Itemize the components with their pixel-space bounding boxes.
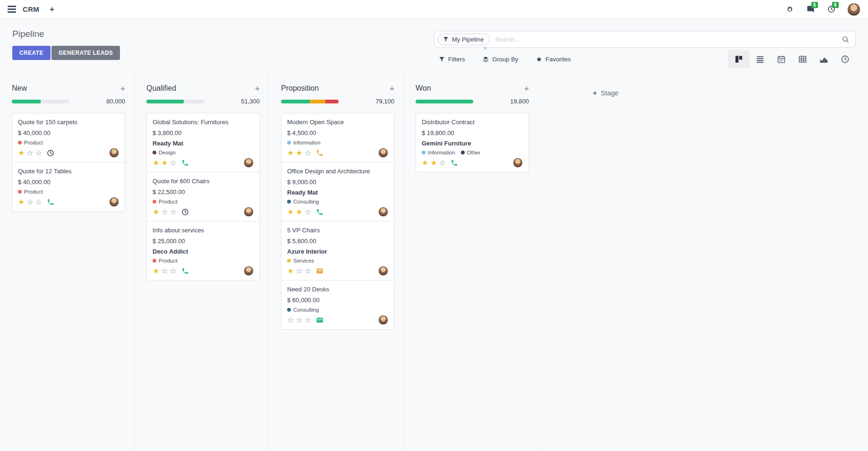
progress-segment[interactable] — [12, 100, 41, 103]
phone-icon[interactable] — [316, 208, 323, 216]
quick-create-icon[interactable]: + — [390, 85, 394, 93]
envelope-icon[interactable] — [316, 267, 323, 275]
favorites-menu[interactable]: Favorites — [536, 56, 570, 63]
priority-star-icon[interactable]: ☆ — [170, 159, 177, 167]
apps-menu-icon[interactable] — [8, 6, 16, 13]
envelope-icon[interactable] — [316, 316, 323, 324]
priority-star-icon[interactable]: ☆ — [161, 208, 168, 216]
priority-star-icon[interactable]: ★ — [153, 208, 159, 216]
list-view-icon[interactable] — [749, 50, 771, 68]
opportunity-card[interactable]: Quote for 600 Chairs $ 22,500.00 Product… — [146, 172, 260, 221]
priority-star-icon[interactable]: ☆ — [296, 267, 302, 275]
priority-star-icon[interactable]: ☆ — [170, 267, 177, 275]
salesperson-avatar[interactable] — [513, 158, 523, 168]
priority-star-icon[interactable]: ☆ — [287, 316, 294, 324]
salesperson-avatar[interactable] — [244, 158, 254, 168]
opportunity-card[interactable]: Info about services $ 25,000.00 Deco Add… — [146, 221, 260, 281]
priority-star-icon[interactable]: ★ — [430, 159, 437, 167]
column-progressbar[interactable] — [146, 100, 204, 103]
salesperson-avatar[interactable] — [109, 197, 119, 207]
clock-icon[interactable] — [181, 208, 189, 216]
priority-star-icon[interactable]: ☆ — [305, 208, 311, 216]
column-progressbar[interactable] — [416, 100, 473, 103]
priority-star-icon[interactable]: ☆ — [439, 159, 446, 167]
calendar-view-icon[interactable] — [771, 50, 792, 68]
activity-view-icon[interactable] — [834, 50, 856, 68]
salesperson-avatar[interactable] — [378, 207, 388, 217]
add-stage-button[interactable]: + Stage — [593, 89, 619, 97]
add-tab-icon[interactable]: + — [50, 5, 54, 14]
priority-star-icon[interactable]: ★ — [153, 159, 159, 167]
card-stack: Distributor Contract $ 19,800.00 Gemini … — [416, 113, 529, 172]
quick-create-icon[interactable]: + — [120, 85, 125, 93]
salesperson-avatar[interactable] — [109, 148, 119, 158]
quick-create-icon[interactable]: + — [255, 85, 260, 93]
priority-star-icon[interactable]: ★ — [287, 208, 294, 216]
priority-star-icon[interactable]: ☆ — [26, 198, 33, 206]
card-title: Distributor Contract — [422, 119, 523, 126]
priority-star-icon[interactable]: ☆ — [170, 208, 177, 216]
priority-star-icon[interactable]: ★ — [153, 267, 159, 275]
clock-icon[interactable] — [47, 149, 54, 157]
priority-star-icon[interactable]: ★ — [422, 159, 428, 167]
phone-icon[interactable] — [47, 198, 54, 206]
user-avatar[interactable] — [847, 3, 860, 16]
pivot-view-icon[interactable] — [792, 50, 813, 68]
opportunity-card[interactable]: Modern Open Space $ 4,500.00 Information… — [281, 113, 394, 162]
filters-menu[interactable]: Filters — [439, 56, 465, 63]
create-button[interactable]: CREATE — [12, 46, 51, 60]
search-bar[interactable]: My Pipeline × — [434, 31, 856, 48]
priority-star-icon[interactable]: ★ — [18, 198, 25, 206]
column-progressbar[interactable] — [281, 100, 339, 103]
opportunity-card[interactable]: Need 20 Desks $ 60,000.00 Consulting ☆☆☆ — [281, 280, 394, 330]
opportunity-card[interactable]: 5 VP Chairs $ 5,600.00 Azure Interior Se… — [281, 221, 394, 281]
phone-icon[interactable] — [181, 267, 189, 275]
salesperson-avatar[interactable] — [244, 266, 254, 276]
salesperson-avatar[interactable] — [378, 148, 388, 158]
priority-star-icon[interactable]: ☆ — [26, 149, 33, 157]
column-progressbar[interactable] — [12, 100, 69, 103]
progress-segment[interactable] — [146, 100, 184, 103]
facet-remove-icon[interactable]: × — [484, 45, 487, 52]
priority-star-icon[interactable]: ★ — [161, 159, 168, 167]
debug-bug-icon[interactable] — [785, 5, 794, 14]
priority-star-icon[interactable]: ☆ — [305, 149, 311, 157]
priority-star-icon[interactable]: ★ — [18, 149, 25, 157]
priority-star-icon[interactable]: ☆ — [35, 149, 42, 157]
generate-leads-button[interactable]: GENERATE LEADS — [51, 46, 120, 60]
phone-icon[interactable] — [316, 149, 323, 157]
group-by-menu[interactable]: Group By — [483, 56, 518, 63]
priority-star-icon[interactable]: ★ — [287, 267, 294, 275]
opportunity-card[interactable]: Quote for 150 carpets $ 40,000.00 Produc… — [12, 113, 125, 162]
salesperson-avatar[interactable] — [378, 315, 388, 325]
priority-star-icon[interactable]: ★ — [296, 149, 302, 157]
priority-star-icon[interactable]: ☆ — [296, 316, 302, 324]
progress-segment[interactable] — [325, 100, 339, 103]
priority-star-icon[interactable]: ☆ — [161, 267, 168, 275]
messages-icon[interactable]: 5 — [806, 5, 815, 14]
kanban-view-icon[interactable] — [728, 50, 749, 68]
phone-icon[interactable] — [451, 159, 458, 167]
progress-segment[interactable] — [310, 100, 325, 103]
app-name[interactable]: CRM — [23, 5, 39, 13]
phone-icon[interactable] — [181, 159, 189, 167]
opportunity-card[interactable]: Quote for 12 Tables $ 40,000.00 Product … — [12, 162, 125, 212]
opportunity-card[interactable]: Global Solutions: Furnitures $ 3,800.00 … — [146, 113, 260, 172]
opportunity-card[interactable]: Distributor Contract $ 19,800.00 Gemini … — [416, 113, 529, 172]
priority-star-icon[interactable]: ☆ — [305, 316, 311, 324]
opportunity-card[interactable]: Office Design and Architecture $ 9,000.0… — [281, 162, 394, 221]
search-input[interactable] — [495, 36, 842, 43]
salesperson-avatar[interactable] — [244, 207, 254, 217]
activities-clock-icon[interactable]: 6 — [826, 5, 836, 14]
priority-star-icon[interactable]: ☆ — [35, 198, 42, 206]
progress-segment[interactable] — [281, 100, 310, 103]
priority-star-icon[interactable]: ★ — [296, 208, 302, 216]
quick-create-icon[interactable]: + — [524, 85, 529, 93]
graph-view-icon[interactable] — [813, 50, 834, 68]
priority-star-icon[interactable]: ☆ — [305, 267, 311, 275]
progress-segment[interactable] — [416, 100, 473, 103]
salesperson-avatar[interactable] — [378, 266, 388, 276]
search-facet[interactable]: My Pipeline × — [437, 34, 490, 45]
search-icon[interactable] — [842, 35, 850, 43]
priority-star-icon[interactable]: ★ — [287, 149, 294, 157]
